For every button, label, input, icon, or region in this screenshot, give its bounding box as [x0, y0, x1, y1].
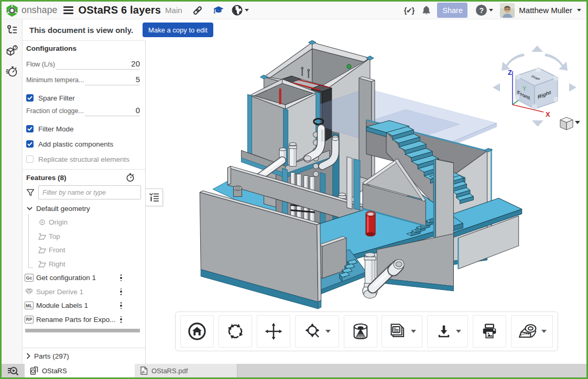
- named-views-button[interactable]: [382, 315, 422, 348]
- features-title: Features (8): [26, 174, 67, 182]
- feature-item-super-derive[interactable]: Super Derive 1: [23, 285, 145, 299]
- zoom-caret-icon[interactable]: [325, 330, 331, 333]
- checkbox-label: Filter Mode: [38, 125, 74, 133]
- checkbox-label: Spare Filter: [38, 94, 75, 102]
- tab-part-studio[interactable]: OStaRS: [25, 364, 135, 377]
- config-checkbox-row[interactable]: Spare Filter: [23, 94, 145, 102]
- language-globe-icon[interactable]: [232, 5, 249, 16]
- feature-history-icon[interactable]: [6, 24, 18, 37]
- titlebar-right-group: {✔} Share ?: [404, 3, 581, 18]
- chevron-right-icon: [26, 353, 30, 359]
- tree-group-label: Default geometry: [36, 205, 90, 213]
- user-avatar[interactable]: [500, 3, 515, 18]
- help-menu[interactable]: ?: [476, 5, 493, 16]
- min-temperature-input[interactable]: 5: [85, 75, 140, 85]
- section-view-button[interactable]: [344, 315, 377, 348]
- config-checkbox-row[interactable]: Filter Mode: [23, 125, 145, 133]
- checkbox-label: Add plastic components: [38, 140, 113, 148]
- parts-label: Parts (297): [34, 352, 69, 360]
- tab-manager-icon[interactable]: [2, 364, 25, 377]
- performance-timer-icon[interactable]: [6, 65, 18, 77]
- plane-icon: [37, 247, 47, 253]
- help-icon[interactable]: ?: [476, 5, 487, 16]
- export-button[interactable]: [427, 315, 468, 348]
- content-row: Configurations Flow (L/s) 20 Minimum tem…: [23, 40, 586, 364]
- fraction-clogged-input[interactable]: 0: [85, 106, 140, 116]
- view-options-cube-icon[interactable]: [560, 117, 573, 130]
- print-button[interactable]: [473, 315, 506, 348]
- view-home-button[interactable]: [180, 315, 214, 348]
- config-input-row: Minimum tempera... 5: [23, 75, 145, 87]
- workspace-name[interactable]: Main: [165, 6, 182, 15]
- onshape-logo-icon[interactable]: [6, 4, 18, 17]
- make-copy-button[interactable]: Make a copy to edit: [143, 23, 213, 37]
- kebab-menu-icon[interactable]: [120, 274, 122, 281]
- parts-section[interactable]: Parts (297): [23, 348, 145, 364]
- config-input-row: Fraction of clogge... 0: [23, 106, 145, 118]
- feature-filter-input[interactable]: [38, 185, 141, 199]
- feature-badge: RP: [25, 316, 34, 324]
- origin-icon: [37, 219, 47, 226]
- share-button[interactable]: Share: [437, 3, 467, 18]
- featurescript-icon[interactable]: {✔}: [404, 6, 415, 15]
- configured-part-icon[interactable]: ?: [6, 44, 18, 57]
- axis-z-label: Z: [508, 69, 512, 76]
- named-views-caret-icon[interactable]: [411, 330, 416, 333]
- tab-pdf[interactable]: OStaRS.pdf: [135, 364, 237, 377]
- user-menu-caret-icon[interactable]: [577, 9, 581, 12]
- feature-tree: Default geometry Origin To: [23, 202, 145, 271]
- measure-caret-icon[interactable]: [541, 330, 547, 333]
- zoom-button[interactable]: [295, 315, 339, 348]
- config-checkbox-row[interactable]: Replicate structural elements: [23, 155, 145, 163]
- graphics-viewport[interactable]: Y Top Front Right Z X: [146, 40, 586, 364]
- title-bar: onshape OStaRS 6 layers Main: [2, 2, 586, 19]
- left-panel: Configurations Flow (L/s) 20 Minimum tem…: [23, 40, 146, 364]
- view-cube-body[interactable]: [516, 68, 558, 109]
- checkbox-label: Replicate structural elements: [38, 155, 129, 163]
- main-menu-icon[interactable]: [63, 6, 73, 14]
- feature-item-get-configuration[interactable]: Gc Get configuration 1: [23, 271, 145, 285]
- checkbox-checked-icon[interactable]: [26, 94, 34, 102]
- config-checkbox-row[interactable]: Add plastic components: [23, 140, 145, 148]
- feature-list-flyout-button[interactable]: [145, 188, 163, 206]
- feature-item-rename-parts[interactable]: RP Rename Parts for Expo...: [23, 313, 145, 327]
- export-caret-icon[interactable]: [456, 330, 461, 333]
- feature-badge: ML: [25, 302, 34, 309]
- notifications-bell-icon[interactable]: [422, 5, 431, 15]
- onshape-wordmark: onshape: [21, 5, 58, 16]
- tab-label: OStaRS: [42, 367, 67, 375]
- tree-item-front[interactable]: Front: [23, 243, 145, 258]
- kebab-menu-icon[interactable]: [120, 302, 122, 309]
- orbit-button[interactable]: [219, 315, 252, 348]
- view-options-caret-icon[interactable]: [575, 121, 580, 124]
- pan-button[interactable]: [257, 315, 290, 348]
- kebab-menu-icon[interactable]: [120, 288, 122, 295]
- tree-connector: [28, 214, 33, 268]
- pdf-icon: [140, 366, 148, 375]
- tree-item-top[interactable]: Top: [23, 229, 145, 243]
- view-cube[interactable]: Y Top Front Right Z X: [488, 41, 581, 133]
- checkbox-unchecked-icon[interactable]: [26, 155, 34, 163]
- feature-item-module-labels[interactable]: ML Module Labels 1: [23, 299, 145, 313]
- learning-center-icon[interactable]: [213, 6, 224, 15]
- share-link-icon[interactable]: [193, 6, 202, 15]
- checkbox-checked-icon[interactable]: [26, 125, 34, 132]
- feature-label: Get configuration 1: [36, 274, 96, 282]
- feature-badge: Gc: [25, 274, 34, 282]
- tree-group-default-geometry[interactable]: Default geometry: [23, 202, 145, 216]
- flow-input[interactable]: 20: [56, 59, 140, 70]
- measure-button[interactable]: [511, 315, 553, 348]
- view-toolbar: [175, 311, 558, 351]
- tree-item-label: Right: [49, 260, 66, 268]
- checkbox-checked-icon[interactable]: [26, 140, 34, 148]
- plane-icon: [37, 233, 47, 240]
- chevron-down-icon[interactable]: [25, 207, 34, 210]
- rollback-bar[interactable]: [25, 329, 140, 332]
- feature-statistics-icon[interactable]: [125, 173, 135, 182]
- tree-item-origin[interactable]: Origin: [23, 216, 145, 230]
- left-dock-toolbar: ?: [2, 19, 23, 364]
- tree-item-right[interactable]: Right: [23, 257, 145, 271]
- kebab-menu-icon[interactable]: [120, 316, 122, 323]
- feature-label: Super Derive 1: [36, 288, 83, 296]
- filter-funnel-icon[interactable]: [26, 188, 35, 197]
